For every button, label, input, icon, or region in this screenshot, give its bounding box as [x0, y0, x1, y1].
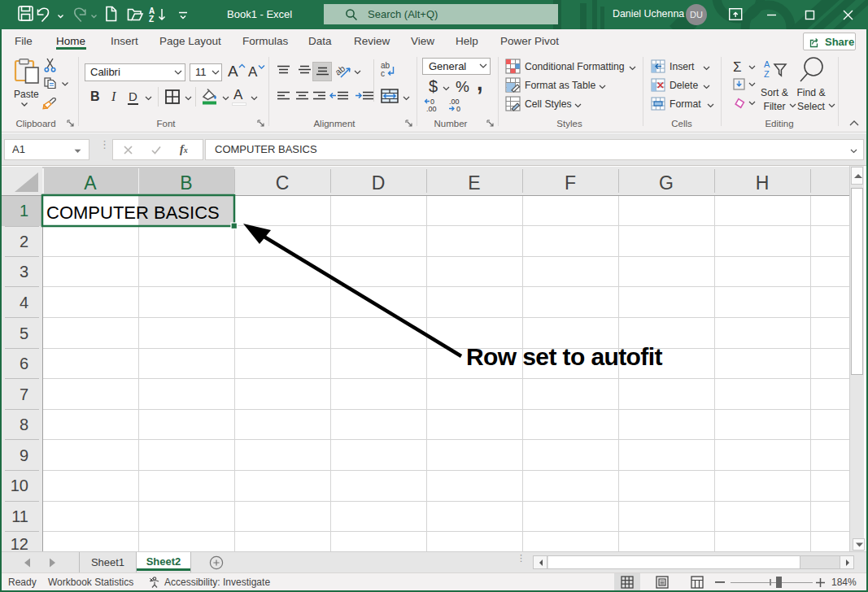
- svg-text:C: C: [276, 172, 290, 194]
- svg-text:5: 5: [20, 324, 28, 342]
- svg-text:A: A: [764, 59, 770, 69]
- svg-text:E: E: [468, 172, 480, 194]
- svg-text:Z: Z: [764, 69, 770, 79]
- svg-text:D: D: [372, 172, 386, 194]
- svg-text:Row set to autofit: Row set to autofit: [466, 343, 662, 370]
- svg-text:3: 3: [20, 263, 28, 281]
- svg-text:10: 10: [11, 477, 28, 494]
- svg-text:9: 9: [20, 446, 28, 464]
- svg-text:G: G: [659, 172, 674, 194]
- svg-text:F: F: [565, 172, 576, 194]
- svg-text:Z: Z: [149, 15, 154, 24]
- svg-text:ab: ab: [336, 63, 347, 77]
- svg-text:7: 7: [20, 385, 28, 403]
- svg-text:H: H: [756, 172, 770, 194]
- svg-text:4: 4: [20, 294, 28, 311]
- svg-text:8: 8: [20, 416, 28, 433]
- svg-text:11: 11: [11, 507, 28, 525]
- svg-text:COMPUTER BASICS: COMPUTER BASICS: [46, 202, 220, 223]
- svg-text:2: 2: [20, 233, 28, 250]
- svg-text:A: A: [149, 7, 155, 15]
- svg-text:.00: .00: [426, 105, 437, 112]
- svg-text:c: c: [381, 69, 385, 78]
- svg-text:A: A: [84, 172, 97, 194]
- svg-text:12: 12: [11, 535, 28, 551]
- svg-text:B: B: [180, 172, 192, 194]
- svg-text:1: 1: [20, 202, 28, 220]
- svg-text:0: 0: [456, 105, 460, 112]
- svg-text:6: 6: [20, 355, 28, 372]
